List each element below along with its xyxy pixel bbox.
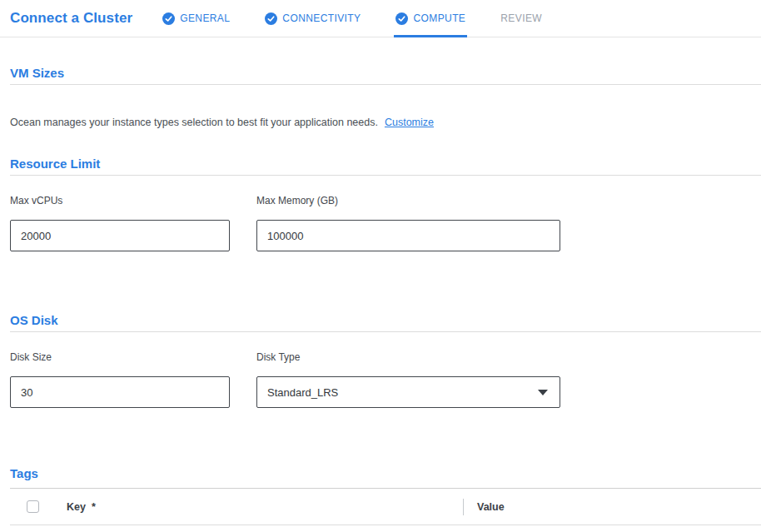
- max-memory-field-group: Max Memory (GB): [256, 195, 560, 251]
- tags-key-column-header: Key *: [67, 501, 463, 513]
- disk-type-field-group: Disk Type Standard_LRS: [256, 351, 560, 408]
- tags-select-all-checkbox[interactable]: [27, 500, 39, 513]
- tags-select-all-cell: [10, 500, 67, 513]
- page-title: Connect a Cluster: [10, 10, 132, 27]
- max-vcpus-input[interactable]: [10, 220, 230, 251]
- tab-connectivity-label: CONNECTIVITY: [282, 12, 361, 24]
- section-divider: [10, 84, 761, 85]
- check-circle-icon: [395, 12, 408, 25]
- vm-sizes-heading: VM Sizes: [10, 66, 761, 80]
- key-column-title: Key: [67, 501, 86, 513]
- disk-size-label: Disk Size: [10, 351, 230, 363]
- required-marker: *: [92, 501, 96, 513]
- tab-connectivity[interactable]: CONNECTIVITY: [263, 0, 362, 37]
- tags-table-header-row: Key * Value: [10, 489, 761, 525]
- disk-type-label: Disk Type: [256, 351, 560, 363]
- disk-type-selected-value: Standard_LRS: [267, 386, 338, 399]
- os-disk-heading: OS Disk: [10, 313, 761, 327]
- customize-link[interactable]: Customize: [385, 117, 434, 128]
- tab-compute[interactable]: COMPUTE: [394, 0, 467, 37]
- chevron-down-icon: [538, 390, 548, 395]
- max-memory-label: Max Memory (GB): [256, 195, 560, 206]
- tab-compute-label: COMPUTE: [413, 12, 465, 24]
- connect-cluster-page: Connect a Cluster GENERAL: [0, 0, 761, 532]
- wizard-steps: GENERAL CONNECTIVITY C: [161, 0, 575, 37]
- active-tab-indicator: [394, 35, 467, 37]
- vm-sizes-description-row: Ocean manages your instance types select…: [10, 117, 761, 128]
- resource-limit-heading: Resource Limit: [10, 157, 761, 171]
- resource-limit-fields: Max vCPUs Max Memory (GB): [10, 195, 761, 251]
- tab-review-label: REVIEW: [500, 12, 542, 24]
- column-separator: [463, 499, 464, 515]
- disk-type-select[interactable]: Standard_LRS: [256, 376, 560, 408]
- max-vcpus-label: Max vCPUs: [10, 195, 230, 206]
- value-column-title: Value: [477, 501, 505, 513]
- tab-general-label: GENERAL: [180, 12, 230, 24]
- tab-general[interactable]: GENERAL: [161, 0, 231, 37]
- wizard-header: Connect a Cluster GENERAL: [0, 0, 761, 37]
- section-divider: [10, 175, 761, 176]
- tab-review[interactable]: REVIEW: [499, 0, 544, 37]
- os-disk-fields: Disk Size Disk Type Standard_LRS: [10, 351, 761, 408]
- tags-heading: Tags: [10, 466, 761, 480]
- max-memory-input[interactable]: [256, 220, 560, 251]
- disk-size-input[interactable]: [10, 376, 230, 408]
- vm-sizes-description: Ocean manages your instance types select…: [10, 117, 378, 128]
- check-circle-icon: [265, 12, 277, 25]
- disk-size-field-group: Disk Size: [10, 351, 230, 408]
- check-circle-icon: [162, 12, 175, 25]
- section-divider: [10, 331, 761, 332]
- max-vcpus-field-group: Max vCPUs: [10, 195, 230, 251]
- compute-step-content: VM Sizes Ocean manages your instance typ…: [10, 66, 761, 525]
